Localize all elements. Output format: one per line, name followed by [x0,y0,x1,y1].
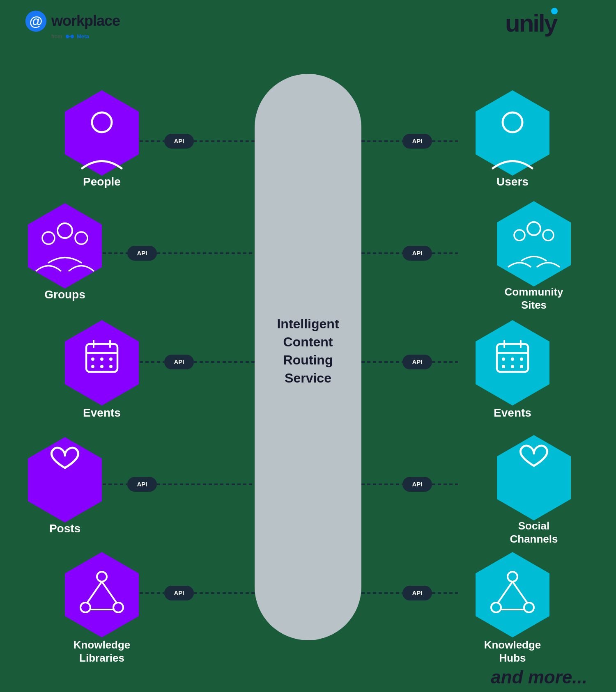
svg-text:API: API [174,589,184,596]
svg-text:Intelligent: Intelligent [277,316,339,331]
svg-point-47 [91,357,94,361]
svg-point-51 [100,365,103,368]
svg-text:Hubs: Hubs [499,652,526,664]
svg-point-3 [551,8,558,14]
svg-point-71 [511,365,514,368]
svg-text:People: People [83,175,121,188]
svg-text:Events: Events [83,406,121,419]
header: @ workplace from Meta unily [0,0,616,49]
svg-text:API: API [174,358,184,365]
svg-marker-62 [476,320,549,406]
svg-text:Posts: Posts [49,522,80,535]
svg-marker-23 [28,203,102,289]
svg-point-70 [502,365,505,368]
svg-text:Events: Events [494,406,531,419]
svg-text:Knowledge: Knowledge [74,639,131,651]
svg-text:API: API [137,250,147,257]
svg-text:Community: Community [505,286,564,298]
svg-text:Groups: Groups [44,288,85,301]
workplace-logo: @ workplace from Meta [25,10,120,40]
workplace-icon: @ [25,10,47,32]
svg-marker-36 [497,201,571,286]
svg-text:API: API [412,137,422,144]
svg-point-48 [100,357,103,361]
svg-point-72 [520,365,523,368]
svg-text:API: API [412,589,422,596]
svg-text:Users: Users [496,175,529,188]
svg-text:Knowledge: Knowledge [484,639,541,651]
svg-text:API: API [412,358,422,365]
svg-point-68 [511,357,514,361]
meta-icon [64,33,76,40]
svg-text:unily: unily [505,9,558,37]
svg-marker-104 [476,552,549,637]
svg-point-50 [91,365,94,368]
svg-text:API: API [137,481,147,488]
svg-text:Social: Social [518,520,550,532]
svg-marker-42 [65,320,139,406]
svg-text:Sites: Sites [521,299,547,311]
svg-point-67 [502,357,505,361]
svg-marker-84 [497,435,571,520]
svg-text:Service: Service [285,371,331,385]
svg-text:Libraries: Libraries [79,652,124,664]
workplace-sub-label: from Meta [51,33,89,40]
svg-point-49 [109,357,113,361]
svg-marker-87 [65,552,139,637]
svg-text:Channels: Channels [510,533,558,545]
diagram: Intelligent Content Routing Service Peop… [0,49,616,692]
svg-text:Routing: Routing [283,353,333,367]
svg-point-69 [520,357,523,361]
unily-logo: unily [501,8,591,41]
workplace-text-label: workplace [51,12,120,30]
svg-text:API: API [174,137,184,144]
svg-text:Content: Content [283,335,333,349]
svg-text:@: @ [29,13,42,28]
svg-point-52 [109,365,113,368]
svg-text:API: API [412,250,422,257]
svg-text:and more...: and more... [491,667,587,687]
svg-marker-74 [28,437,102,522]
svg-text:API: API [412,481,422,488]
